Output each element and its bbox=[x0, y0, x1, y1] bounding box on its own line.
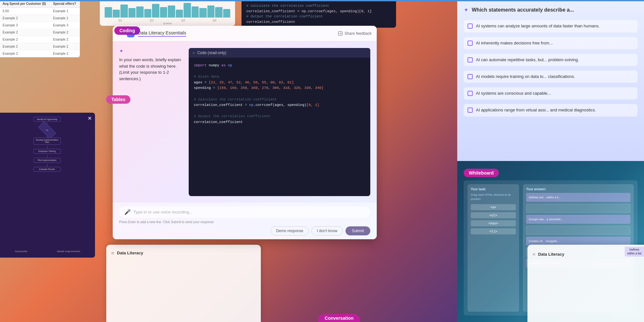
wb-answer-slot-4[interactable]: Creates cli... navigatio... bbox=[526, 237, 630, 246]
table-cell: Example 2 bbox=[0, 43, 51, 50]
quiz-option[interactable]: AI models require training on data to...… bbox=[464, 71, 638, 83]
chart-bar bbox=[160, 7, 167, 17]
dont-know-button[interactable]: I don't know bbox=[311, 226, 343, 235]
wb-task-desc: Drag each HTML element to its position bbox=[471, 193, 516, 201]
top-bar bbox=[0, 0, 644, 1]
chart-bar bbox=[120, 5, 128, 17]
quiz-option-text: AI systems are conscious and capable... bbox=[476, 90, 551, 96]
quiz-options: AI systems can analyze large amounts of … bbox=[464, 20, 638, 116]
quiz-option-text: AI inherently makes decisions free from.… bbox=[476, 40, 553, 46]
mic-icon: 🎤 bbox=[124, 209, 131, 215]
table-cell: Example 3 bbox=[0, 22, 51, 29]
table-cell: Example 2 bbox=[51, 50, 80, 57]
wb-answer-slot-2[interactable]: Groups nav... a semantic... bbox=[526, 215, 630, 224]
chart-bar bbox=[192, 6, 199, 17]
chart-widget: Q1Q2Q3Q4 Quarter bbox=[100, 0, 235, 26]
quiz-option[interactable]: AI systems are conscious and capable... bbox=[464, 87, 638, 99]
code-snippet-top: # Calculate the correlation coefficientc… bbox=[242, 0, 396, 28]
table-cell: Example 2 bbox=[51, 29, 80, 36]
code-panel-chevron: « bbox=[193, 51, 195, 55]
chart-bar bbox=[215, 7, 223, 17]
table-cell: Example 1 bbox=[51, 8, 80, 15]
table-row: Example 2Example 2 bbox=[0, 43, 80, 50]
quiz-option[interactable]: AI systems can analyze large amounts of … bbox=[464, 20, 638, 32]
wb-tag-li[interactable]: <li> bbox=[471, 228, 516, 234]
chart-bar bbox=[152, 4, 159, 17]
quiz-question: Which statements accurately describe a..… bbox=[472, 6, 574, 14]
quiz-checkbox[interactable] bbox=[468, 74, 473, 79]
quiz-checkbox[interactable] bbox=[468, 41, 473, 46]
table-row: 5.50Example 1 bbox=[0, 8, 80, 15]
modal-body: ✦ In your own words, briefly explain wha… bbox=[113, 42, 377, 203]
flow-connector bbox=[47, 146, 47, 149]
code-line: correlation_coefficient = np.corrcoef(ag… bbox=[246, 9, 391, 14]
coding-modal: ← Data Literacy Essentials Share feedbac… bbox=[113, 26, 377, 239]
wb-tag-ul[interactable]: <ul> bbox=[471, 212, 516, 218]
quiz-checkbox[interactable] bbox=[468, 108, 473, 113]
quiz-option-text: AI models require training on data to...… bbox=[476, 74, 575, 80]
chart-x-title: Quarter bbox=[105, 22, 230, 25]
wb-tag-nav[interactable]: <nav> bbox=[471, 220, 516, 226]
quiz-checkbox[interactable] bbox=[468, 24, 473, 29]
text-input-area[interactable]: 🎤 Type in or use voice recording... bbox=[119, 206, 370, 218]
code-line: import numpy as np bbox=[194, 63, 365, 69]
share-label: Share feedback bbox=[345, 31, 372, 36]
flowchart-bottom-label: Needs Improvement bbox=[57, 250, 80, 253]
wb-task-label: Your task: bbox=[471, 187, 516, 191]
data-table: Avg Spend per Customer ($) Special offer… bbox=[0, 0, 80, 57]
flow-node: Evaluate Results bbox=[33, 167, 61, 172]
question-area: ✦ In your own words, briefly explain wha… bbox=[119, 48, 184, 196]
chart-bar bbox=[223, 9, 231, 17]
quiz-option[interactable]: AI applications range from virtual assi.… bbox=[464, 104, 638, 116]
table-row: Example 2Example 2 bbox=[0, 29, 80, 36]
flow-connector bbox=[47, 164, 47, 167]
chart-bar bbox=[184, 3, 191, 17]
table-cell: Example 2 bbox=[0, 50, 51, 57]
quiz-checkbox[interactable] bbox=[468, 91, 473, 96]
wb-answer-slot-0[interactable]: Defines ind... within a li... bbox=[526, 193, 630, 202]
code-line: correlation_coefficient bbox=[194, 119, 365, 125]
footer-buttons: Demo response I don't know Submit bbox=[119, 226, 370, 235]
flowchart-bottom-label: Successful bbox=[15, 250, 27, 253]
demo-response-button[interactable]: Demo response bbox=[270, 226, 309, 235]
wb-answer-slot-3[interactable] bbox=[526, 226, 630, 235]
code-line bbox=[194, 69, 365, 74]
share-feedback-button[interactable]: Share feedback bbox=[338, 31, 372, 36]
modal-header: ← Data Literacy Essentials Share feedbac… bbox=[113, 26, 377, 42]
flow-connector bbox=[47, 155, 47, 158]
table-cell: Example 3 bbox=[51, 22, 80, 29]
quiz-checkbox[interactable] bbox=[468, 57, 473, 62]
chart-bar bbox=[128, 8, 136, 17]
conv-title: Data Literacy bbox=[538, 252, 564, 257]
bottom-modal: « Data Literacy bbox=[106, 245, 261, 322]
chart-bar bbox=[168, 5, 175, 17]
tables-badge: Tables bbox=[106, 97, 130, 102]
code-line: ages = [22, 25, 47, 52, 46, 56, 55, 60, … bbox=[194, 80, 365, 86]
modal-title: Data Literacy Essentials bbox=[138, 30, 186, 37]
bottom-modal-title: Data Literacy bbox=[117, 251, 143, 255]
code-line: # Output the correlation coefficient bbox=[194, 114, 365, 119]
submit-button[interactable]: Submit bbox=[346, 226, 370, 235]
coding-badge: Coding bbox=[114, 26, 140, 35]
flow-node: Employee Training bbox=[33, 149, 61, 154]
quiz-panel: ✦ Which statements accurately describe a… bbox=[457, 0, 644, 161]
quiz-option[interactable]: AI inherently makes decisions free from.… bbox=[464, 37, 638, 49]
table-cell: Example 2 bbox=[0, 15, 51, 22]
flow-diamond: No bbox=[38, 121, 56, 139]
wb-tag-a[interactable]: <a> bbox=[471, 204, 516, 210]
code-line: # Calculate the correlation coefficient bbox=[194, 97, 365, 103]
quiz-option[interactable]: AI can automate repetitive tasks, but...… bbox=[464, 54, 638, 66]
wb-answer-slot-1[interactable] bbox=[526, 204, 630, 213]
conv-chevron: « bbox=[533, 251, 535, 257]
code-line: # Calculate the correlation coefficient bbox=[246, 3, 391, 9]
flow-node: Develop Implementation Plan bbox=[33, 137, 61, 145]
chart-x-label: Q2 bbox=[150, 19, 154, 22]
table-row: Example 2Example 2 bbox=[0, 50, 80, 57]
chart-bar bbox=[105, 7, 112, 17]
table-cell: Example 1 bbox=[51, 15, 80, 22]
code-line: correlation_coefficient = np.corrcoef(ag… bbox=[194, 102, 365, 108]
table-row: Example 3Example 3 bbox=[0, 22, 80, 29]
question-text: In your own words, briefly explain what … bbox=[119, 57, 184, 82]
table-cell: Example 2 bbox=[51, 36, 80, 43]
tables-widget: Avg Spend per Customer ($) Special offer… bbox=[0, 0, 80, 57]
